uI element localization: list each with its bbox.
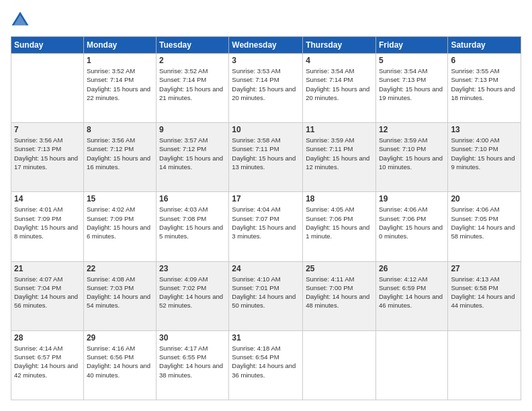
day-cell: 22Sunrise: 4:08 AMSunset: 7:03 PMDayligh… [83,261,156,330]
day-cell: 1Sunrise: 3:52 AMSunset: 7:14 PMDaylight… [83,54,156,123]
day-cell: 6Sunrise: 3:55 AMSunset: 7:13 PMDaylight… [448,54,521,123]
day-info: Sunrise: 3:52 AMSunset: 7:14 PMDaylight:… [87,66,153,102]
day-info: Sunrise: 3:58 AMSunset: 7:11 PMDaylight:… [232,136,300,171]
day-number: 31 [232,333,300,342]
header [11,11,521,30]
day-cell: 18Sunrise: 4:05 AMSunset: 7:06 PMDayligh… [303,192,376,261]
weekday-header-sunday: Sunday [11,37,84,54]
day-info: Sunrise: 4:14 AMSunset: 6:57 PMDaylight:… [14,344,81,379]
day-number: 14 [14,194,81,203]
day-cell [375,330,447,400]
day-cell [11,54,84,123]
day-info: Sunrise: 3:57 AMSunset: 7:12 PMDaylight:… [159,136,226,171]
day-number: 8 [87,125,153,134]
calendar: SundayMondayTuesdayWednesdayThursdayFrid… [11,36,521,400]
day-info: Sunrise: 3:54 AMSunset: 7:13 PMDaylight:… [379,66,445,102]
day-cell: 24Sunrise: 4:10 AMSunset: 7:01 PMDayligh… [229,261,303,330]
day-number: 19 [379,194,445,203]
day-cell: 3Sunrise: 3:53 AMSunset: 7:14 PMDaylight… [229,54,303,123]
day-cell: 28Sunrise: 4:14 AMSunset: 6:57 PMDayligh… [11,330,84,400]
day-cell: 13Sunrise: 4:00 AMSunset: 7:10 PMDayligh… [448,123,521,192]
day-number: 3 [232,56,300,65]
logo-icon [11,11,30,30]
day-cell: 23Sunrise: 4:09 AMSunset: 7:02 PMDayligh… [157,261,229,330]
day-number: 10 [232,125,300,134]
day-cell: 2Sunrise: 3:52 AMSunset: 7:14 PMDaylight… [157,54,229,123]
day-number: 29 [87,333,153,342]
day-number: 18 [306,194,373,203]
day-number: 12 [379,125,445,134]
day-info: Sunrise: 4:17 AMSunset: 6:55 PMDaylight:… [159,344,226,379]
day-cell: 16Sunrise: 4:03 AMSunset: 7:08 PMDayligh… [157,192,229,261]
day-cell [303,330,376,400]
weekday-header-saturday: Saturday [448,37,521,54]
day-cell: 26Sunrise: 4:12 AMSunset: 6:59 PMDayligh… [375,261,447,330]
day-cell: 17Sunrise: 4:04 AMSunset: 7:07 PMDayligh… [229,192,303,261]
day-info: Sunrise: 4:05 AMSunset: 7:06 PMDaylight:… [306,205,373,240]
day-number: 20 [451,194,518,203]
day-number: 11 [306,125,373,134]
day-cell: 12Sunrise: 3:59 AMSunset: 7:10 PMDayligh… [375,123,447,192]
day-info: Sunrise: 3:56 AMSunset: 7:12 PMDaylight:… [87,136,153,171]
day-number: 5 [379,56,445,65]
day-cell: 27Sunrise: 4:13 AMSunset: 6:58 PMDayligh… [448,261,521,330]
day-info: Sunrise: 4:10 AMSunset: 7:01 PMDaylight:… [232,275,300,310]
day-number: 1 [87,56,153,65]
day-number: 26 [379,264,445,273]
day-number: 24 [232,264,300,273]
day-cell: 31Sunrise: 4:18 AMSunset: 6:54 PMDayligh… [229,330,303,400]
day-number: 4 [306,56,373,65]
day-number: 27 [451,264,518,273]
day-cell: 20Sunrise: 4:06 AMSunset: 7:05 PMDayligh… [448,192,521,261]
day-cell: 9Sunrise: 3:57 AMSunset: 7:12 PMDaylight… [157,123,229,192]
day-info: Sunrise: 4:01 AMSunset: 7:09 PMDaylight:… [14,205,81,240]
day-info: Sunrise: 4:07 AMSunset: 7:04 PMDaylight:… [14,275,81,310]
day-cell: 21Sunrise: 4:07 AMSunset: 7:04 PMDayligh… [11,261,84,330]
weekday-header-thursday: Thursday [303,37,376,54]
weekday-header-friday: Friday [375,37,447,54]
week-row-2: 7Sunrise: 3:56 AMSunset: 7:13 PMDaylight… [11,123,521,192]
day-number: 30 [159,333,226,342]
week-row-1: 1Sunrise: 3:52 AMSunset: 7:14 PMDaylight… [11,54,521,123]
day-cell: 8Sunrise: 3:56 AMSunset: 7:12 PMDaylight… [83,123,156,192]
day-number: 7 [14,125,81,134]
day-cell: 14Sunrise: 4:01 AMSunset: 7:09 PMDayligh… [11,192,84,261]
day-cell: 7Sunrise: 3:56 AMSunset: 7:13 PMDaylight… [11,123,84,192]
day-info: Sunrise: 3:59 AMSunset: 7:10 PMDaylight:… [379,136,445,171]
day-cell: 10Sunrise: 3:58 AMSunset: 7:11 PMDayligh… [229,123,303,192]
day-info: Sunrise: 4:11 AMSunset: 7:00 PMDaylight:… [306,275,373,310]
day-info: Sunrise: 4:00 AMSunset: 7:10 PMDaylight:… [451,136,518,171]
day-number: 15 [87,194,153,203]
day-cell: 29Sunrise: 4:16 AMSunset: 6:56 PMDayligh… [83,330,156,400]
day-number: 23 [159,264,226,273]
week-row-5: 28Sunrise: 4:14 AMSunset: 6:57 PMDayligh… [11,330,521,400]
day-cell: 15Sunrise: 4:02 AMSunset: 7:09 PMDayligh… [83,192,156,261]
day-number: 9 [159,125,226,134]
day-cell: 11Sunrise: 3:59 AMSunset: 7:11 PMDayligh… [303,123,376,192]
day-info: Sunrise: 4:06 AMSunset: 7:05 PMDaylight:… [451,205,518,240]
day-number: 13 [451,125,518,134]
day-info: Sunrise: 3:53 AMSunset: 7:14 PMDaylight:… [232,66,300,102]
week-row-3: 14Sunrise: 4:01 AMSunset: 7:09 PMDayligh… [11,192,521,261]
day-number: 28 [14,333,81,342]
day-info: Sunrise: 3:59 AMSunset: 7:11 PMDaylight:… [306,136,373,171]
day-info: Sunrise: 3:55 AMSunset: 7:13 PMDaylight:… [451,66,518,102]
day-number: 2 [159,56,226,65]
day-info: Sunrise: 3:52 AMSunset: 7:14 PMDaylight:… [159,66,226,102]
day-cell: 19Sunrise: 4:06 AMSunset: 7:06 PMDayligh… [375,192,447,261]
weekday-header-wednesday: Wednesday [229,37,303,54]
page: SundayMondayTuesdayWednesdayThursdayFrid… [0,0,532,411]
day-number: 16 [159,194,226,203]
day-info: Sunrise: 4:02 AMSunset: 7:09 PMDaylight:… [87,205,153,240]
day-info: Sunrise: 4:12 AMSunset: 6:59 PMDaylight:… [379,275,445,310]
day-info: Sunrise: 4:09 AMSunset: 7:02 PMDaylight:… [159,275,226,310]
week-row-4: 21Sunrise: 4:07 AMSunset: 7:04 PMDayligh… [11,261,521,330]
day-info: Sunrise: 4:03 AMSunset: 7:08 PMDaylight:… [159,205,226,240]
day-cell [448,330,521,400]
day-info: Sunrise: 3:54 AMSunset: 7:14 PMDaylight:… [306,66,373,102]
day-number: 25 [306,264,373,273]
weekday-header-monday: Monday [83,37,156,54]
day-info: Sunrise: 4:08 AMSunset: 7:03 PMDaylight:… [87,275,153,310]
day-info: Sunrise: 4:13 AMSunset: 6:58 PMDaylight:… [451,275,518,310]
day-number: 21 [14,264,81,273]
